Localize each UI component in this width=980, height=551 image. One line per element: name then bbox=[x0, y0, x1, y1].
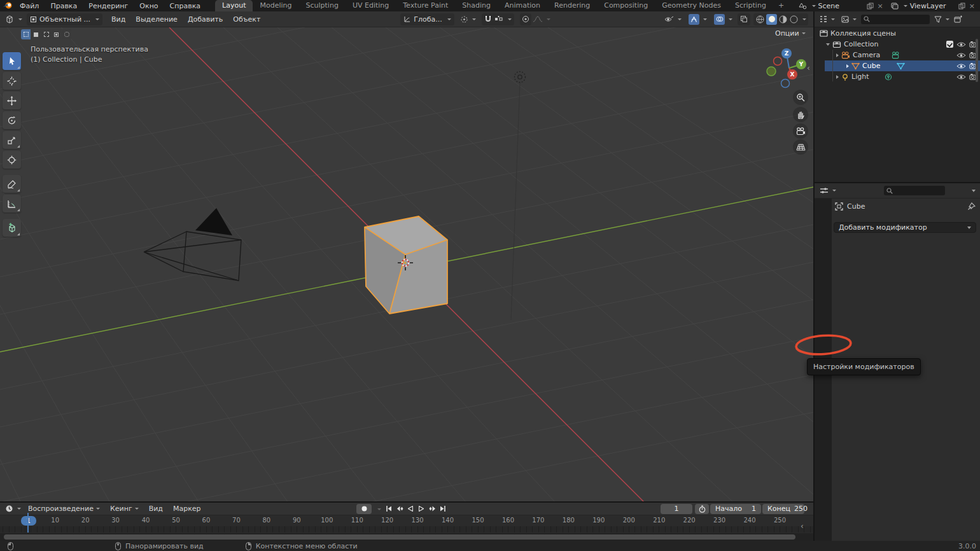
select-mode-box[interactable] bbox=[31, 29, 41, 39]
frame-start-field[interactable]: Начало 1 bbox=[710, 504, 761, 514]
pan-button[interactable] bbox=[793, 107, 808, 122]
outliner-row-light[interactable]: Light bbox=[815, 71, 980, 82]
outliner-row-collection[interactable]: Collection bbox=[815, 39, 980, 50]
menu-help[interactable]: Справка bbox=[164, 2, 206, 10]
outliner-display-mode-dropdown[interactable] bbox=[817, 13, 837, 25]
collection-checkbox[interactable] bbox=[946, 41, 953, 48]
new-collection-button[interactable] bbox=[954, 15, 962, 23]
outliner-filter-mode-dropdown[interactable] bbox=[839, 13, 858, 25]
eye-icon[interactable] bbox=[956, 63, 966, 69]
timeline-ruler[interactable]: 1 10203040506070809010011012013014015016… bbox=[0, 515, 813, 526]
proportional-editing-toggle[interactable] bbox=[520, 13, 531, 25]
outliner-scrollbar[interactable] bbox=[976, 39, 978, 82]
expand-arrow-icon[interactable] bbox=[846, 64, 849, 68]
camera-view-button[interactable] bbox=[793, 123, 808, 139]
outliner-filter-dropdown[interactable] bbox=[932, 13, 951, 25]
perspective-toggle-button[interactable] bbox=[793, 139, 808, 155]
tab-layout[interactable]: Layout bbox=[215, 0, 253, 11]
xray-toggle[interactable] bbox=[738, 13, 750, 25]
eye-icon[interactable] bbox=[956, 41, 966, 48]
timeline-menu-marker[interactable]: Маркер bbox=[168, 505, 206, 513]
select-mode-extend[interactable] bbox=[41, 29, 51, 39]
expand-arrow-icon[interactable] bbox=[836, 53, 839, 57]
tool-move[interactable] bbox=[3, 92, 21, 109]
horizontal-splitter[interactable] bbox=[815, 182, 980, 183]
viewport-options-dropdown[interactable]: Опции bbox=[775, 29, 806, 38]
timeline-splitter[interactable] bbox=[0, 501, 813, 503]
timeline-collapse-arrow[interactable]: ‹ bbox=[801, 522, 804, 531]
add-workspace-button[interactable]: + bbox=[773, 0, 789, 11]
timeline-scrollbar-thumb[interactable] bbox=[4, 534, 795, 540]
timeline-menu-playback[interactable]: Воспроизведение bbox=[23, 505, 105, 513]
shading-rendered-icon[interactable] bbox=[789, 15, 799, 24]
zoom-button[interactable] bbox=[793, 90, 808, 105]
magnet-icon[interactable] bbox=[484, 15, 492, 23]
tool-scale[interactable] bbox=[3, 131, 21, 149]
region-collapse-arrow[interactable]: ‹ bbox=[807, 64, 810, 73]
copy-icon[interactable] bbox=[958, 3, 965, 10]
chevron-down-icon[interactable] bbox=[377, 508, 381, 510]
shading-material-icon[interactable] bbox=[778, 15, 788, 24]
gizmo-neg-z[interactable] bbox=[781, 80, 790, 88]
timeline-menu-keying[interactable]: Кеинг bbox=[105, 505, 144, 513]
select-mode-circle[interactable] bbox=[62, 29, 71, 39]
tab-scripting[interactable]: Scripting bbox=[728, 0, 773, 11]
tab-rendering[interactable]: Rendering bbox=[547, 0, 597, 11]
expand-arrow-icon[interactable] bbox=[826, 43, 830, 46]
visibility-dropdown[interactable] bbox=[662, 13, 683, 25]
pivot-point-dropdown[interactable] bbox=[458, 13, 478, 25]
viewlayer-selector[interactable]: ViewLayer × bbox=[888, 1, 979, 11]
properties-search-input[interactable] bbox=[884, 186, 945, 195]
jump-to-start-button[interactable] bbox=[384, 505, 394, 513]
scene-selector[interactable]: Scene × bbox=[796, 1, 887, 11]
tab-animation[interactable]: Animation bbox=[498, 0, 547, 11]
properties-editor-type-button[interactable] bbox=[818, 185, 838, 197]
timeline-frame-ticks[interactable] bbox=[0, 526, 813, 533]
shading-wireframe-icon[interactable] bbox=[755, 15, 765, 24]
viewport-menu-view[interactable]: Вид bbox=[106, 15, 130, 24]
menu-window[interactable]: Окно bbox=[134, 2, 164, 10]
add-modifier-button[interactable]: Добавить модификатор bbox=[834, 222, 976, 233]
copy-icon[interactable] bbox=[867, 3, 874, 10]
close-icon[interactable]: × bbox=[876, 2, 885, 10]
tab-compositing[interactable]: Compositing bbox=[597, 0, 655, 11]
tool-rotate[interactable] bbox=[3, 111, 21, 129]
timeline-menu-view[interactable]: Вид bbox=[144, 505, 168, 513]
current-frame-field[interactable]: 1 bbox=[661, 504, 692, 514]
tool-annotate[interactable] bbox=[3, 175, 21, 193]
prev-keyframe-button[interactable] bbox=[395, 505, 405, 513]
chevron-down-icon[interactable] bbox=[972, 190, 976, 192]
outliner-search-input[interactable] bbox=[861, 15, 930, 24]
jump-to-end-button[interactable] bbox=[438, 505, 448, 513]
eye-icon[interactable] bbox=[956, 74, 966, 80]
frame-end-field[interactable]: Конец 250 bbox=[762, 504, 804, 514]
outliner-scene-collection[interactable]: Коллекция сцены bbox=[815, 28, 980, 39]
gizmos-dropdown[interactable] bbox=[687, 13, 709, 25]
auto-keying-toggle[interactable] bbox=[356, 504, 372, 514]
select-mode-subtract[interactable] bbox=[52, 29, 61, 39]
camera-object[interactable] bbox=[144, 208, 241, 281]
menu-edit[interactable]: Правка bbox=[45, 2, 83, 10]
falloff-curve-icon[interactable] bbox=[533, 15, 543, 23]
viewport-menu-add[interactable]: Добавить bbox=[183, 15, 228, 24]
current-frame-badge[interactable]: 1 bbox=[21, 516, 36, 526]
tool-add-cube[interactable] bbox=[3, 219, 21, 237]
viewport-canvas[interactable] bbox=[0, 27, 813, 503]
cube-object[interactable] bbox=[365, 216, 447, 314]
light-object[interactable] bbox=[511, 72, 526, 321]
viewport-menu-object[interactable]: Объект bbox=[228, 15, 265, 24]
tab-uv-editing[interactable]: UV Editing bbox=[346, 0, 396, 11]
gizmo-neg-x[interactable] bbox=[774, 57, 782, 66]
editor-type-button[interactable] bbox=[3, 13, 24, 25]
blender-logo-icon[interactable] bbox=[3, 1, 13, 10]
timeline-editor-type-button[interactable] bbox=[3, 503, 23, 515]
expand-arrow-icon[interactable] bbox=[836, 75, 839, 79]
overlays-dropdown[interactable] bbox=[712, 13, 734, 25]
outliner-row-camera[interactable]: Camera bbox=[815, 50, 980, 60]
playhead[interactable] bbox=[27, 513, 29, 533]
play-reverse-button[interactable] bbox=[405, 505, 416, 513]
gizmo-neg-y[interactable] bbox=[767, 67, 776, 76]
tab-geometry-nodes[interactable]: Geometry Nodes bbox=[655, 0, 728, 11]
tool-cursor[interactable] bbox=[3, 72, 21, 90]
select-mode-tweak[interactable] bbox=[21, 29, 31, 39]
